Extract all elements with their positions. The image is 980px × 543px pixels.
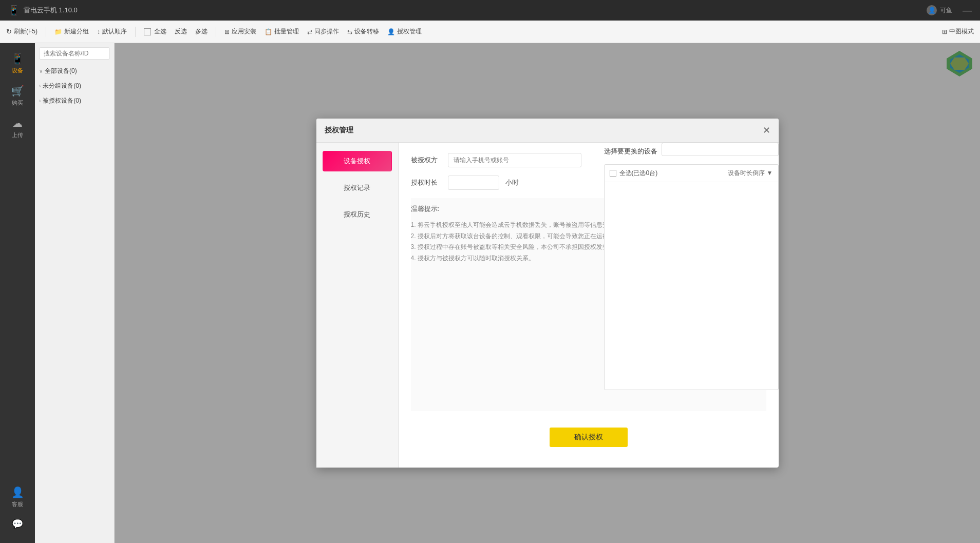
sidebar-item-device[interactable]: 📱 设备	[0, 47, 35, 80]
device-selector-panel: 选择要更换的设备 全选(已选0台)	[604, 143, 779, 390]
default-order-button[interactable]: ↕ 默认顺序	[97, 27, 127, 36]
buy-icon: 🛒	[11, 85, 24, 97]
select-all-label: 全选(已选0台)	[619, 169, 658, 178]
device-icon: 📱	[11, 52, 24, 65]
modal-overlay: 授权管理 ✕ 设备授权 授权记录 授权历史 被授权方	[115, 43, 980, 543]
sort-label: 设备时长倒序	[728, 169, 765, 177]
device-selector-search[interactable]	[662, 143, 779, 156]
toolbar: ↻ 刷新(F5) 📁 新建分组 ↕ 默认顺序 全选 反选 多选 ⊞ 应用安装 📋…	[0, 21, 980, 43]
device-group-all-label: 全部设备(0)	[45, 67, 77, 75]
sidebar-item-feedback[interactable]: 💬	[11, 513, 24, 535]
grantee-label: 被授权方	[411, 156, 442, 165]
auth-modal: 授权管理 ✕ 设备授权 授权记录 授权历史 被授权方	[316, 119, 779, 468]
sidebar-bottom: 👤 客服 💬	[11, 481, 24, 543]
sort-icon: ▼	[767, 169, 773, 177]
user-name: 可鱼	[940, 6, 952, 15]
device-list-box: 全选(已选0台) 设备时长倒序 ▼	[604, 164, 779, 390]
refresh-button[interactable]: ↻ 刷新(F5)	[6, 27, 37, 36]
user-info[interactable]: 👤 可鱼	[927, 5, 952, 15]
app-install-button[interactable]: ⊞ 应用安装	[224, 27, 256, 36]
device-selector-label: 选择要更换的设备	[604, 147, 657, 156]
transfer-icon: ⇆	[347, 28, 352, 35]
modal-tabs-panel: 设备授权 授权记录 授权历史	[316, 143, 399, 468]
toolbar-sep-2	[135, 27, 136, 37]
center-mode-icon: ⊞	[942, 28, 947, 35]
multi-select-button[interactable]: 多选	[195, 27, 208, 36]
select-all-checkbox-box[interactable]	[610, 170, 616, 177]
batch-manage-icon: 📋	[265, 28, 272, 35]
sidebar: 📱 设备 🛒 购买 ☁ 上传 👤 客服 💬	[0, 43, 35, 543]
select-all-button[interactable]: 全选	[144, 27, 166, 36]
service-icon: 👤	[11, 486, 24, 498]
new-group-button[interactable]: 📁 新建分组	[54, 27, 89, 36]
refresh-icon: ↻	[6, 28, 12, 35]
sidebar-item-label-buy: 购买	[12, 99, 23, 107]
tab-auth-history[interactable]: 授权历史	[323, 204, 392, 225]
tab-device-auth[interactable]: 设备授权	[323, 151, 392, 171]
device-list-empty	[605, 182, 778, 389]
toolbar-sep-3	[216, 27, 216, 37]
content-area: 授权管理 ✕ 设备授权 授权记录 授权历史 被授权方	[115, 43, 980, 543]
device-transfer-button[interactable]: ⇆ 设备转移	[347, 27, 379, 36]
device-group-authorized-label: 被授权设备(0)	[43, 96, 81, 105]
sync-op-button[interactable]: ⇄ 同步操作	[307, 27, 339, 36]
sidebar-item-service[interactable]: 👤 客服	[11, 481, 24, 513]
sort-icon: ↕	[97, 28, 100, 35]
duration-unit: 小时	[505, 178, 519, 187]
main-layout: 📱 设备 🛒 购买 ☁ 上传 👤 客服 💬 ∨ 全部设备(0)	[0, 43, 980, 543]
batch-manage-button[interactable]: 📋 批量管理	[265, 27, 299, 36]
user-avatar: 👤	[927, 5, 937, 15]
tab-auth-record[interactable]: 授权记录	[323, 178, 392, 198]
device-group-ungrouped-label: 未分组设备(0)	[43, 82, 81, 90]
grantee-input[interactable]	[448, 153, 581, 167]
select-all-cb[interactable]: 全选(已选0台)	[610, 169, 658, 178]
app-title: 雷电云手机 1.10.0	[24, 6, 78, 15]
device-list-header: 全选(已选0台) 设备时长倒序 ▼	[605, 165, 778, 182]
auth-icon: 👤	[387, 28, 395, 35]
modal-close-button[interactable]: ✕	[763, 125, 770, 136]
confirm-auth-button[interactable]: 确认授权	[550, 428, 628, 447]
title-bar: 📱 雷电云手机 1.10.0 👤 可鱼 —	[0, 0, 980, 21]
sidebar-item-upload[interactable]: ☁ 上传	[0, 112, 35, 144]
toolbar-sep-1	[46, 27, 46, 37]
expand-arrow-authorized: ›	[39, 98, 41, 104]
device-group-authorized[interactable]: › 被授权设备(0)	[35, 93, 114, 108]
upload-icon: ☁	[12, 117, 23, 129]
center-mode-button[interactable]: ⊞ 中图模式	[942, 27, 974, 36]
sidebar-item-label-device: 设备	[12, 67, 23, 74]
duration-input[interactable]	[448, 176, 499, 190]
app-install-icon: ⊞	[224, 28, 230, 35]
modal-body: 设备授权 授权记录 授权历史 被授权方 授权时长	[316, 143, 779, 468]
device-search-input[interactable]	[39, 47, 110, 60]
device-group-ungrouped[interactable]: › 未分组设备(0)	[35, 79, 114, 93]
deselect-button[interactable]: 反选	[175, 27, 187, 36]
confirm-button-row: 确认授权	[411, 419, 766, 457]
sidebar-item-buy[interactable]: 🛒 购买	[0, 80, 35, 112]
device-sort-button[interactable]: 设备时长倒序 ▼	[728, 169, 772, 178]
device-group-all[interactable]: ∨ 全部设备(0)	[35, 64, 114, 79]
minimize-button[interactable]: —	[963, 5, 972, 16]
device-panel: ∨ 全部设备(0) › 未分组设备(0) › 被授权设备(0)	[35, 43, 115, 543]
new-group-icon: 📁	[54, 28, 62, 35]
expand-arrow-ungrouped: ›	[39, 83, 41, 89]
modal-title: 授权管理	[325, 126, 763, 135]
app-icon: 📱	[8, 5, 20, 16]
duration-label: 授权时长	[411, 178, 442, 187]
sidebar-item-label-upload: 上传	[12, 131, 23, 139]
modal-header: 授权管理 ✕	[316, 119, 779, 143]
expand-arrow-all: ∨	[39, 68, 43, 74]
sidebar-item-label-service: 客服	[12, 500, 23, 508]
select-all-checkbox[interactable]	[144, 28, 151, 35]
sync-icon: ⇄	[307, 28, 312, 35]
feedback-icon: 💬	[12, 518, 23, 530]
auth-manage-button[interactable]: 👤 授权管理	[387, 27, 422, 36]
modal-content: 被授权方 授权时长 小时 温馨提示:	[399, 143, 779, 468]
